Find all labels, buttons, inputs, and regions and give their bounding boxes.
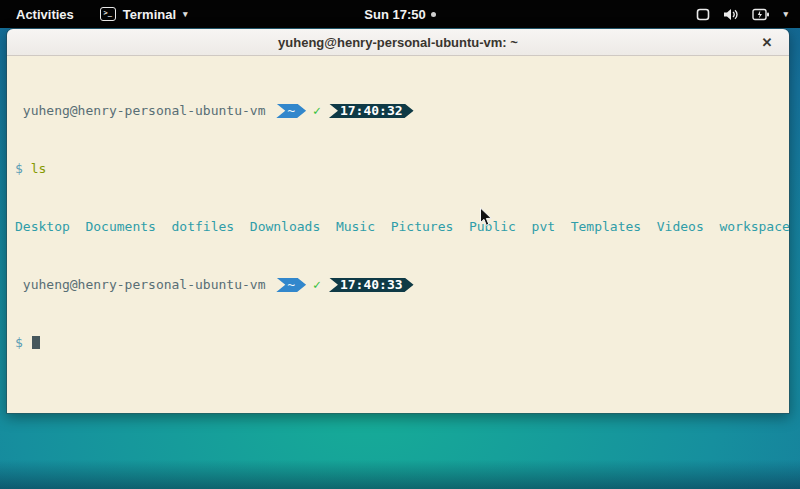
status-check-icon: ✓ <box>306 278 326 293</box>
terminal-cursor <box>32 336 40 349</box>
close-icon: ✕ <box>762 35 773 50</box>
clock-label: Sun 17:50 <box>364 7 425 22</box>
top-bar: Activities >_ Terminal ▾ Sun 17:50 ▾ <box>0 0 800 28</box>
top-bar-left: Activities >_ Terminal ▾ <box>0 0 192 28</box>
close-button[interactable]: ✕ <box>755 29 779 56</box>
prompt-line-1: yuheng@henry-personal-ubuntu-vm ~ ✓ 17:4… <box>15 104 781 119</box>
prompt-host: yuheng@henry-personal-ubuntu-vm <box>15 278 273 293</box>
prompt-time-segment: 17:40:33 <box>329 278 414 293</box>
prompt-host: yuheng@henry-personal-ubuntu-vm <box>15 104 273 119</box>
system-tray[interactable]: ▾ <box>696 0 800 28</box>
prompt-dir-segment: ~ <box>276 278 306 293</box>
shell-prompt: $ <box>15 162 31 177</box>
current-input-line: $ <box>15 336 781 351</box>
command-line: $ ls <box>15 162 781 177</box>
terminal-window: yuheng@henry-personal-ubuntu-vm: ~ ✕ yuh… <box>6 28 790 414</box>
prompt-time-segment: 17:40:32 <box>329 104 414 119</box>
notification-dot <box>431 12 436 17</box>
chevron-down-icon: ▾ <box>183 9 188 19</box>
activities-label: Activities <box>16 7 74 22</box>
terminal-content[interactable]: yuheng@henry-personal-ubuntu-vm ~ ✓ 17:4… <box>7 56 789 414</box>
chevron-down-icon: ▾ <box>783 9 788 19</box>
terminal-app-icon: >_ <box>100 7 116 21</box>
shell-prompt: $ <box>15 336 31 351</box>
volume-icon <box>723 8 739 21</box>
window-title: yuheng@henry-personal-ubuntu-vm: ~ <box>278 35 518 50</box>
display-icon <box>696 8 710 21</box>
app-menu-terminal[interactable]: >_ Terminal ▾ <box>96 0 192 28</box>
battery-charging-icon <box>752 8 770 21</box>
typed-command: ls <box>31 162 47 177</box>
window-titlebar[interactable]: yuheng@henry-personal-ubuntu-vm: ~ ✕ <box>7 29 789 56</box>
status-check-icon: ✓ <box>306 104 326 119</box>
prompt-line-2: yuheng@henry-personal-ubuntu-vm ~ ✓ 17:4… <box>15 278 781 293</box>
ls-output-line: Desktop Documents dotfiles Downloads Mus… <box>15 220 781 235</box>
activities-button[interactable]: Activities <box>12 0 78 28</box>
app-menu-label: Terminal <box>123 7 176 22</box>
prompt-dir-segment: ~ <box>276 104 306 119</box>
